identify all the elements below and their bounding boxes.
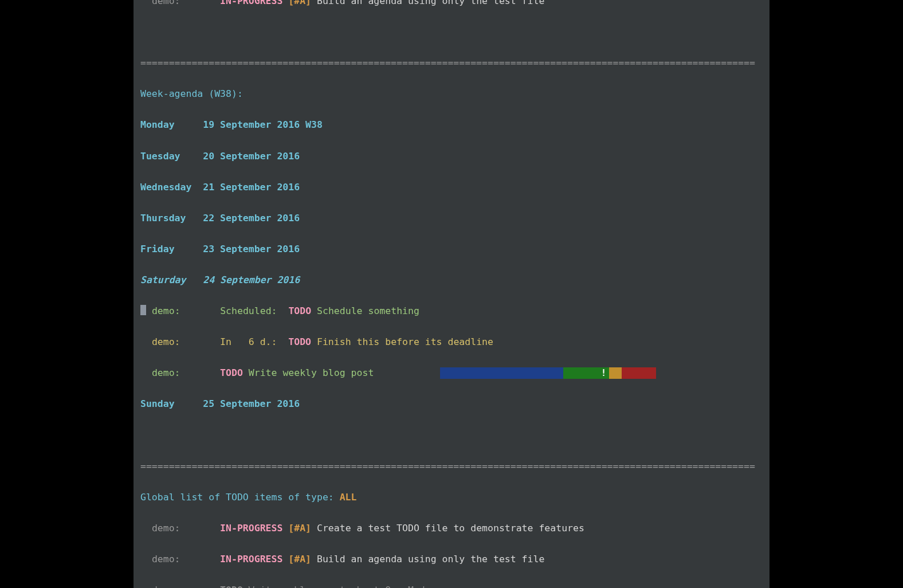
agenda-item[interactable]: demo: In 6 d.: TODO Finish this before i…: [140, 334, 763, 350]
item-text: Build an agenda using only the test file: [317, 0, 544, 6]
agenda-day[interactable]: Monday 19 September 2016 W38: [140, 117, 763, 132]
item-text: Finish this before its deadline: [317, 336, 493, 347]
item-state: IN-PROGRESS: [220, 554, 282, 565]
day-date: 22 September 2016: [203, 213, 300, 224]
item-priority: [#A]: [288, 0, 311, 6]
agenda-day[interactable]: Tuesday 20 September 2016: [140, 148, 763, 164]
item-state: TODO: [220, 585, 243, 588]
habit-graph: !: [440, 367, 656, 379]
day-date: 20 September 2016: [203, 151, 300, 162]
item-text: Schedule something: [317, 305, 419, 316]
item-text: Write a blog post about Org Mode: [249, 585, 431, 588]
item-text: Write weekly blog post: [249, 367, 374, 378]
item-category: demo:: [152, 305, 180, 316]
section-header-global-todo: Global list of TODO items of type: ALL: [140, 489, 763, 505]
agenda-item[interactable]: demo: IN-PROGRESS [#A] Create a test TOD…: [140, 520, 763, 536]
item-state: TODO: [288, 336, 311, 347]
item-category: demo:: [152, 0, 180, 6]
agenda-item[interactable]: demo: Scheduled: TODO Schedule something: [140, 303, 763, 319]
day-name: Tuesday: [140, 151, 180, 162]
agenda-day[interactable]: Wednesday 21 September 2016: [140, 179, 763, 195]
item-state: TODO: [288, 305, 311, 316]
day-name: Sunday: [140, 398, 175, 409]
agenda-buffer[interactable]: High-priority unfinished tasks: demo: IN…: [134, 0, 769, 588]
agenda-item[interactable]: demo: TODO Write a blog post about Org M…: [140, 582, 763, 588]
item-prefix: In 6 d.:: [220, 336, 277, 347]
section-header-week-agenda: Week-agenda (W38):: [140, 88, 243, 99]
agenda-day[interactable]: Friday 23 September 2016: [140, 241, 763, 257]
day-date: 25 September 2016: [203, 398, 300, 409]
day-name: Friday: [140, 244, 175, 254]
item-text: Build an agenda using only the test file: [317, 554, 544, 565]
item-state: TODO: [220, 367, 243, 378]
habit-cell-overdue: [622, 367, 656, 379]
day-suffix: W38: [305, 119, 323, 130]
section-divider: ========================================…: [140, 458, 763, 474]
day-name: Thursday: [140, 213, 186, 224]
day-date: 19 September 2016: [203, 119, 300, 130]
habit-cell-warning: [609, 367, 622, 379]
item-text: Create a test TODO file to demonstrate f…: [317, 523, 584, 534]
day-date: 24 September 2016: [203, 275, 300, 285]
day-date: 23 September 2016: [203, 244, 300, 254]
agenda-item-habit[interactable]: demo: TODO Write weekly blog post !: [140, 365, 763, 381]
agenda-item[interactable]: demo: IN-PROGRESS [#A] Build an agenda u…: [140, 551, 763, 567]
item-category: demo:: [152, 554, 180, 565]
agenda-day-today[interactable]: Saturday 24 September 2016: [140, 272, 763, 288]
agenda-day[interactable]: Thursday 22 September 2016: [140, 210, 763, 226]
section-divider: ========================================…: [140, 55, 763, 70]
day-date: 21 September 2016: [203, 182, 300, 193]
item-category: demo:: [152, 585, 180, 588]
item-priority: [#A]: [288, 523, 311, 534]
item-category: demo:: [152, 367, 180, 378]
item-category: demo:: [152, 523, 180, 534]
day-name: Wednesday: [140, 182, 191, 193]
item-state: IN-PROGRESS: [220, 523, 282, 534]
cursor: [140, 305, 146, 315]
habit-cell-today-icon: !: [599, 367, 609, 379]
habit-cell-done: [563, 367, 599, 379]
item-state: IN-PROGRESS: [220, 0, 282, 6]
day-name: Saturday: [140, 275, 186, 285]
item-priority: [#A]: [288, 554, 311, 565]
emacs-window: *Org Agenda* High-priority unfinished ta…: [134, 0, 769, 588]
item-prefix: Scheduled:: [220, 305, 277, 316]
day-name: Monday: [140, 119, 175, 130]
agenda-item[interactable]: demo: IN-PROGRESS [#A] Build an agenda u…: [140, 0, 763, 9]
item-category: demo:: [152, 336, 180, 347]
agenda-day[interactable]: Sunday 25 September 2016: [140, 396, 763, 411]
habit-cell-past: [440, 367, 563, 379]
